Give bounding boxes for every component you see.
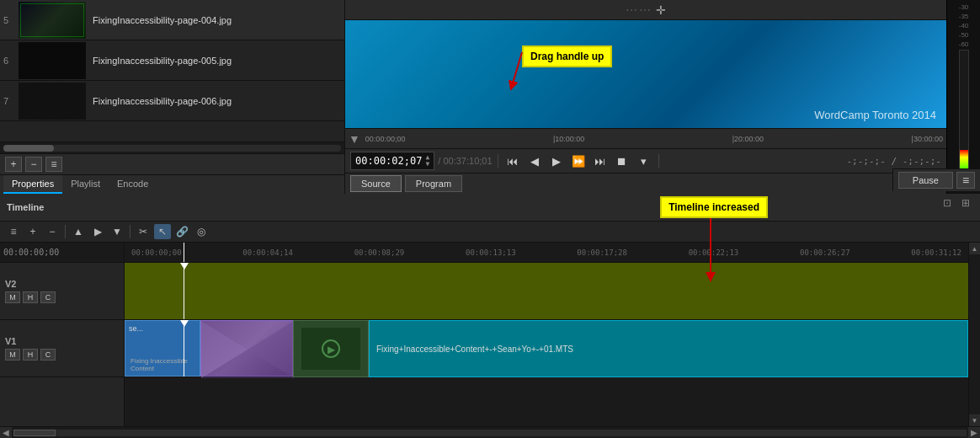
v1-track-label: V1 M H C [0,320,124,377]
vu-label: -40 [959,22,969,29]
playhead-ruler [184,243,184,262]
list-item[interactable]: 7 FixingInaccessibility-page-006.jpg [0,81,344,121]
tl-ripple-button[interactable]: ◎ [193,224,210,239]
timeline-header: Timeline Timeline increased ⊡ ⊞ [0,194,980,222]
v2-mute-button[interactable]: M [5,291,20,303]
remove-button[interactable]: − [25,157,42,172]
file-thumbnail [19,83,86,120]
ruler-marks: 00:00:00;00 00:00:04;14 00:00:08;29 00:0… [125,248,968,257]
scroll-track[interactable] [13,430,967,436]
vu-label: -50 [959,31,969,39]
list-item[interactable]: 6 FixingInaccessibility-page-005.jpg [0,40,344,81]
preview-menu-button[interactable]: ≡ [956,172,975,189]
tab-encode[interactable]: Encode [109,175,157,194]
preview-controls-right: Pause ≡ [892,168,980,191]
file-thumbnail [19,42,86,79]
stop-button[interactable]: ⏹ [613,152,631,169]
preview-top-bar: ⋯⋯ ✛ [345,0,946,20]
vu-label: -60 [959,40,969,48]
scroll-left-button[interactable]: ◀ [0,427,12,439]
clip-blue[interactable]: se... Fixing Inaccessible Content [125,320,200,377]
v1-track-row: se... Fixing Inaccessible Content [125,320,968,377]
pause-button[interactable]: Pause [898,172,953,189]
file-name: FixingInaccessibility-page-004.jpg [93,15,232,25]
file-number: 7 [3,96,19,106]
clip-label: se... [125,321,200,336]
timeline-body: 00:00:00;00 V2 M H C V1 M H C [0,243,980,426]
drag-cursor-icon: ✛ [656,3,666,17]
ruler-mark: 00:00:13;13 [466,248,516,257]
timeline-maximize-button[interactable]: ⊞ [958,196,973,210]
track-labels: 00:00:00;00 V2 M H C V1 M H C [0,243,125,426]
scroll-right-button[interactable]: ▶ [968,427,980,439]
file-number: 6 [3,56,19,66]
video-thumbnail-svg: ▶ [301,328,360,370]
v2-hide-button[interactable]: H [23,291,38,303]
clip-video-thumb[interactable]: ▶ [293,320,369,377]
tab-bar: Properties Playlist Encode [0,174,344,194]
timeline-increased-annotation: Timeline increased [660,196,768,218]
separator [498,154,498,168]
v2-track-row [125,263,968,320]
timecode-down[interactable]: ▼ [425,161,429,168]
tab-properties[interactable]: Properties [3,175,62,194]
track-time-row: 00:00:00;00 [0,243,124,263]
source-button[interactable]: Source [350,175,402,192]
transport-bar: 00:00:02;07 ▲ ▼ / 00:37:10;01 ⏮ ◀ ▶ ⏩ ⏭ … [345,148,946,173]
tab-playlist[interactable]: Playlist [62,175,109,194]
timecode-display[interactable]: 00:00:02;07 ▲ ▼ [350,152,434,170]
loop-button[interactable]: ▾ [635,152,653,169]
timeline-arrow [702,218,719,286]
goto-end-button[interactable]: ⏭ [591,152,610,169]
scroll-thumb[interactable] [13,430,56,436]
add-button[interactable]: + [5,157,22,172]
tl-overwrite-button[interactable]: ▶ [89,224,106,239]
fast-forward-button[interactable]: ⏩ [569,152,588,169]
ruler-mark: 00:00:26;27 [800,248,850,257]
tl-selection-button[interactable]: ↖ [154,224,171,239]
vscroll-track[interactable] [970,254,980,414]
timeline-header-controls: Timeline increased ⊡ ⊞ [660,196,973,218]
ruler-mark: |20:00:00 [732,135,764,143]
separator [658,154,659,168]
track-timecode: 00:00:00;00 [3,248,59,257]
panel-scrollbar[interactable] [0,142,344,153]
vscroll-up-button[interactable]: ▲ [969,243,981,254]
v1-collapse-button[interactable]: C [40,349,56,361]
v1-track-controls: M H C [5,349,119,361]
track-content: 00:00:00;00 00:00:04;14 00:00:08;29 00:0… [125,243,968,426]
step-back-button[interactable]: ◀ [525,152,544,169]
tl-lift-button[interactable]: ▲ [70,224,87,239]
clip-long[interactable]: Fixing+Inaccessible+Content+-+Sean+Yo+-+… [369,320,968,377]
list-item[interactable]: 5 FixingInaccessibility-page-004.jpg [0,0,344,40]
goto-start-button[interactable]: ⏮ [503,152,522,169]
menu-button[interactable]: ≡ [45,157,62,172]
v2-collapse-button[interactable]: C [40,291,56,303]
v1-hide-button[interactable]: H [23,349,38,361]
file-thumbnail [19,2,86,39]
track-content-ruler: 00:00:00;00 00:00:04;14 00:00:08;29 00:0… [125,243,968,263]
clip-purple[interactable] [200,320,293,377]
play-button[interactable]: ▶ [547,152,566,169]
tl-add-track-button[interactable]: + [24,224,41,239]
v1-mute-button[interactable]: M [5,349,20,361]
tl-lower-button[interactable]: ▼ [109,224,125,239]
drag-handle-area[interactable]: ⋯⋯ ✛ [345,0,946,19]
tl-cut-button[interactable]: ✂ [135,224,152,239]
tl-remove-track-button[interactable]: − [44,224,61,239]
timecode-value: 00:00:02;07 [355,155,422,167]
program-button[interactable]: Program [405,175,462,192]
timeline-toolbar: ≡ + − ▲ ▶ ▼ ✂ ↖ 🔗 ◎ [0,222,980,243]
vu-label: -30 [959,3,969,11]
timecode-spinner[interactable]: ▲ ▼ [425,154,429,168]
v2-track-controls: M H C [5,291,119,303]
timeline-title: Timeline [7,202,44,212]
source-program-bar: Source Program [345,173,946,194]
timeline-vscroll[interactable]: ▲ ▼ [968,243,980,426]
vscroll-down-button[interactable]: ▼ [969,414,981,426]
timeline-scrollbar[interactable]: ◀ ▶ [0,426,980,438]
timeline-expand-button[interactable]: ⊡ [940,196,955,210]
tl-menu-button[interactable]: ≡ [5,224,22,239]
timecode-right: -;-;-;- / -;-;-;- [846,156,941,167]
tl-link-button[interactable]: 🔗 [173,224,190,239]
